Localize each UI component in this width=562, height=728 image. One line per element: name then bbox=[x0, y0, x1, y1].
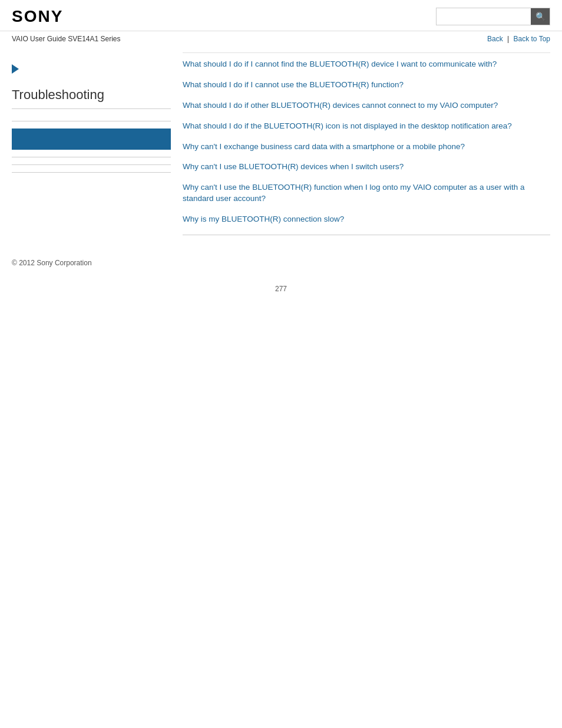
back-to-top-link[interactable]: Back to Top bbox=[514, 35, 550, 43]
chevron-right-icon bbox=[12, 64, 19, 74]
list-item: What should I do if I cannot use the BLU… bbox=[183, 80, 550, 91]
footer: © 2012 Sony Corporation bbox=[0, 247, 562, 273]
search-icon: 🔍 bbox=[535, 12, 546, 21]
list-item: What should I do if other BLUETOOTH(R) d… bbox=[183, 100, 550, 111]
list-item: Why is my BLUETOOTH(R) connection slow? bbox=[183, 214, 550, 225]
sidebar-title: Troubleshooting bbox=[12, 87, 171, 109]
subheader: VAIO User Guide SVE14A1 Series Back | Ba… bbox=[0, 31, 562, 47]
nav-separator: | bbox=[507, 35, 509, 43]
sidebar-divider-2 bbox=[12, 157, 171, 157]
list-item: Why can't I use the BLUETOOTH(R) functio… bbox=[183, 182, 550, 205]
list-item: Why can't I exchange business card data … bbox=[183, 141, 550, 153]
copyright-text: © 2012 Sony Corporation bbox=[12, 259, 92, 267]
search-box: 🔍 bbox=[436, 8, 550, 25]
sidebar-divider-1 bbox=[12, 121, 171, 121]
search-button[interactable]: 🔍 bbox=[531, 8, 550, 25]
page-number: 277 bbox=[0, 273, 562, 305]
content-link[interactable]: What should I do if the BLUETOOTH(R) ico… bbox=[183, 121, 550, 132]
nav-links: Back | Back to Top bbox=[487, 35, 550, 43]
list-item: What should I do if the BLUETOOTH(R) ico… bbox=[183, 121, 550, 132]
content-links-list: What should I do if I cannot find the BL… bbox=[183, 59, 550, 225]
main-container: Troubleshooting What should I do if I ca… bbox=[0, 47, 562, 247]
sony-logo: SONY bbox=[12, 7, 63, 26]
sidebar-divider-3 bbox=[12, 164, 171, 165]
content-link[interactable]: What should I do if other BLUETOOTH(R) d… bbox=[183, 100, 550, 111]
content-bottom-divider bbox=[183, 235, 550, 235]
content-link[interactable]: What should I do if I cannot find the BL… bbox=[183, 59, 550, 70]
content-link[interactable]: What should I do if I cannot use the BLU… bbox=[183, 80, 550, 91]
content-link[interactable]: Why can't I exchange business card data … bbox=[183, 141, 550, 153]
header: SONY 🔍 bbox=[0, 0, 562, 31]
back-link[interactable]: Back bbox=[487, 35, 503, 43]
list-item: Why can't I use BLUETOOTH(R) devices whe… bbox=[183, 162, 550, 173]
content: What should I do if I cannot find the BL… bbox=[183, 52, 550, 235]
sidebar-lines bbox=[12, 157, 171, 173]
search-input[interactable] bbox=[437, 8, 531, 25]
guide-title: VAIO User Guide SVE14A1 Series bbox=[12, 35, 121, 43]
content-link[interactable]: Why can't I use the BLUETOOTH(R) functio… bbox=[183, 182, 550, 205]
content-link[interactable]: Why is my BLUETOOTH(R) connection slow? bbox=[183, 214, 550, 225]
sidebar-highlight-block bbox=[12, 129, 171, 150]
list-item: What should I do if I cannot find the BL… bbox=[183, 59, 550, 70]
sidebar-divider-4 bbox=[12, 172, 171, 173]
content-link[interactable]: Why can't I use BLUETOOTH(R) devices whe… bbox=[183, 162, 550, 173]
sidebar: Troubleshooting bbox=[12, 52, 183, 235]
